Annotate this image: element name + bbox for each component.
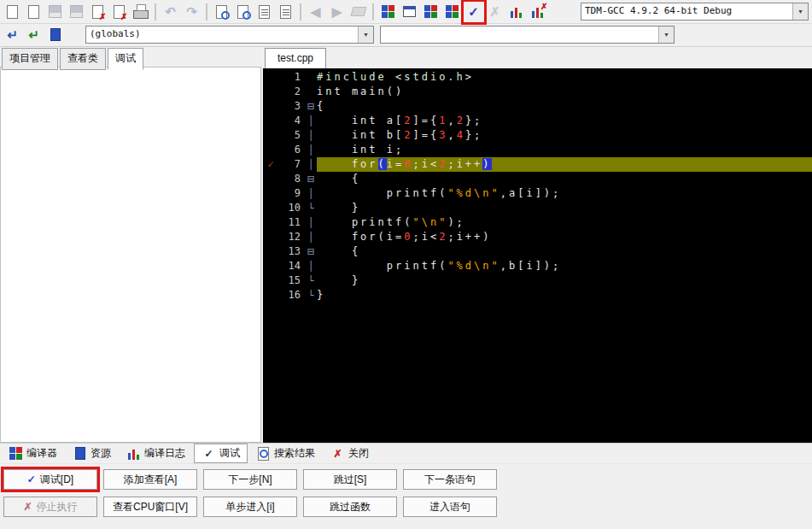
find-icon[interactable] xyxy=(212,2,232,22)
goto-line-icon[interactable] xyxy=(276,2,296,22)
abort-icon[interactable]: ✗ xyxy=(485,2,505,22)
editor-line[interactable]: ✓7│ for(i=0;i<2;i++) xyxy=(263,157,812,172)
code-editor[interactable]: 1#include <stdio.h>2int main()3⊟{4│ int … xyxy=(263,68,812,443)
back-icon[interactable]: ◀ xyxy=(306,2,326,22)
toolbar-separator xyxy=(206,3,207,21)
forward-icon[interactable]: ▶ xyxy=(327,2,348,22)
compile-log-window-icon[interactable] xyxy=(421,2,441,22)
debug-button[interactable]: ✓调试[D] xyxy=(3,469,97,490)
save-icon[interactable] xyxy=(45,2,66,22)
editor-line[interactable]: 6│ int i; xyxy=(263,143,812,157)
class-browser-icon[interactable] xyxy=(45,25,66,45)
stop-execution-button[interactable]: ✗停止执行 xyxy=(3,497,97,517)
compiler-dropdown[interactable]: TDM-GCC 4.9.2 64-bit Debug ▼ xyxy=(581,3,809,21)
devcpp-window: { "colors": { "accent_red": "#e31515", "… xyxy=(0,0,812,529)
members-dropdown-value xyxy=(381,26,658,43)
tab-project-manager[interactable]: 项目管理 xyxy=(2,48,58,70)
find-in-files-icon[interactable] xyxy=(233,2,254,22)
tab-test-cpp[interactable]: test.cpp xyxy=(265,48,326,68)
editor-line[interactable]: 3⊟{ xyxy=(263,99,812,114)
new-file-icon[interactable] xyxy=(3,2,23,22)
code-segment: "%d\n" xyxy=(447,187,499,199)
editor-line[interactable]: 2int main() xyxy=(263,85,812,99)
tab-search-results[interactable]: 搜索结果 xyxy=(249,444,322,462)
fold-marker[interactable]: ⊟ xyxy=(305,244,317,259)
skip-function-button[interactable]: 跳过函数 xyxy=(303,497,397,517)
next-statement-button[interactable]: 下一条语句 xyxy=(403,469,497,490)
tab-class-browser[interactable]: 查看类 xyxy=(60,48,106,70)
tab-resources[interactable]: 资源 xyxy=(66,444,118,462)
debug-check-icon[interactable]: ✓ xyxy=(464,2,484,22)
tab-debug[interactable]: ✓调试 xyxy=(194,444,248,463)
code-segment: 1 xyxy=(439,115,447,126)
code-segment: int i; xyxy=(317,144,404,156)
redo-icon[interactable]: ↷ xyxy=(182,2,202,22)
fold-marker[interactable]: ⊟ xyxy=(305,172,317,186)
close-file-icon[interactable] xyxy=(88,2,108,22)
bottom-tab-label: 编译日志 xyxy=(144,446,185,461)
add-watch-button[interactable]: 添加查看[A] xyxy=(103,469,197,490)
code-segment: } xyxy=(317,202,360,214)
replace-icon[interactable] xyxy=(254,2,275,22)
next-step-button[interactable]: 下一步[N] xyxy=(203,469,297,490)
editor-line[interactable]: 4│ int a[2]={1,2}; xyxy=(263,114,812,128)
members-dropdown[interactable]: ▼ xyxy=(380,26,675,44)
step-into-button[interactable]: 单步进入[i] xyxy=(203,497,297,517)
breakpoint-gutter[interactable]: ✓ xyxy=(263,157,278,172)
globals-dropdown[interactable]: (globals) ▼ xyxy=(85,26,374,44)
bottom-tab-bar: 编译器资源编译日志✓调试搜索结果✗关闭 xyxy=(0,443,812,463)
chevron-down-icon[interactable]: ▼ xyxy=(358,26,373,43)
chevron-down-icon[interactable]: ▼ xyxy=(658,26,674,43)
close-all-icon[interactable] xyxy=(109,2,130,22)
line-number: 13 xyxy=(278,244,305,259)
code-text: int main() xyxy=(317,85,812,99)
fold-marker: │ xyxy=(305,215,317,230)
resource-window-icon[interactable] xyxy=(400,2,420,22)
goto-declaration-icon[interactable]: ↵ xyxy=(3,25,23,45)
editor-line[interactable]: 1#include <stdio.h> xyxy=(263,70,812,85)
debug-window-icon[interactable] xyxy=(442,2,463,22)
fold-marker[interactable]: ⊟ xyxy=(305,99,317,114)
code-segment: ,a[i]); xyxy=(500,187,562,199)
tab-compile-log[interactable]: 编译日志 xyxy=(120,444,192,462)
tab-close[interactable]: ✗关闭 xyxy=(324,444,376,462)
line-number: 16 xyxy=(278,288,305,303)
editor-line[interactable]: 11│ printf("\n"); xyxy=(263,215,812,230)
goto-implementation-icon[interactable]: ↵ xyxy=(24,25,44,45)
editor-line[interactable]: 12│ for(i=0;i<2;i++) xyxy=(263,230,812,244)
editor-line[interactable]: 15└ } xyxy=(263,273,812,288)
tab-compiler[interactable]: 编译器 xyxy=(2,444,64,462)
profile-icon[interactable] xyxy=(506,2,527,22)
line-number: 8 xyxy=(278,172,305,186)
profile-delete-icon[interactable] xyxy=(528,2,548,22)
fold-marker: │ xyxy=(305,114,317,128)
debug-watch-panel[interactable] xyxy=(0,67,261,443)
compiler-window-icon[interactable] xyxy=(378,2,399,22)
line-number: 9 xyxy=(278,186,305,201)
bottom-tab-label: 关闭 xyxy=(348,446,369,461)
code-segment: 2 xyxy=(439,231,447,243)
editor-line[interactable]: 16└} xyxy=(263,288,812,303)
view-cpu-window-button[interactable]: 查看CPU窗口[V] xyxy=(103,497,197,517)
editor-line[interactable]: 8⊟ { xyxy=(263,172,812,186)
tab-debug-left[interactable]: 调试 xyxy=(108,48,143,70)
fold-marker: │ xyxy=(305,186,317,201)
chevron-down-icon[interactable]: ▼ xyxy=(792,3,808,20)
editor-line[interactable]: 5│ int b[2]={3,4}; xyxy=(263,128,812,143)
print-icon[interactable] xyxy=(131,2,151,22)
skip-button[interactable]: 跳过[S] xyxy=(303,469,397,490)
clear-icon[interactable] xyxy=(348,2,369,22)
code-text: for(i=0;i<2;i++) xyxy=(317,157,812,172)
editor-line[interactable]: 14│ printf("%d\n",b[i]); xyxy=(263,259,812,273)
enter-statement-button-label: 进入语句 xyxy=(429,500,470,514)
undo-icon[interactable]: ↶ xyxy=(161,2,181,22)
editor-line[interactable]: 10└ } xyxy=(263,201,812,215)
editor-line[interactable]: 13⊟ { xyxy=(263,244,812,259)
open-file-icon[interactable] xyxy=(24,2,44,22)
code-segment: int b[ xyxy=(317,129,404,141)
editor-line[interactable]: 9│ printf("%d\n",a[i]); xyxy=(263,186,812,201)
code-text: } xyxy=(317,273,812,288)
enter-statement-button[interactable]: 进入语句 xyxy=(403,497,497,517)
save-all-icon[interactable] xyxy=(67,2,87,22)
code-segment: ); xyxy=(447,216,464,228)
